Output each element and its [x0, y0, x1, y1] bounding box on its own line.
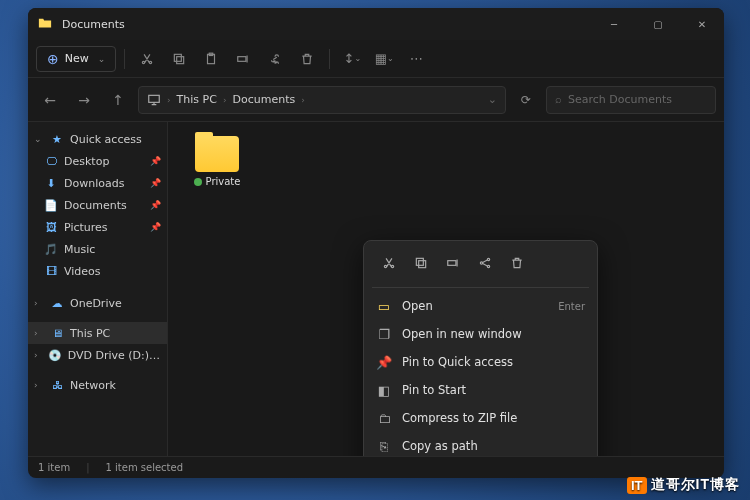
pin-icon: 📌	[150, 200, 161, 210]
window-title: Documents	[62, 18, 125, 31]
back-button[interactable]: ←	[36, 86, 64, 114]
status-bar: 1 item | 1 item selected	[28, 456, 724, 478]
sidebar-item-music[interactable]: 🎵Music	[28, 238, 167, 260]
sidebar-item-pictures[interactable]: 🖼Pictures📌	[28, 216, 167, 238]
cloud-icon: ☁	[50, 296, 64, 310]
rename-button[interactable]	[229, 45, 257, 73]
chevron-down-icon: ⌄	[34, 134, 44, 144]
svg-rect-1	[175, 54, 182, 61]
rename-button[interactable]	[438, 249, 468, 277]
share-button[interactable]	[261, 45, 289, 73]
monitor-icon	[147, 93, 161, 107]
delete-button[interactable]	[293, 45, 321, 73]
view-button[interactable]: ▦⌄	[370, 45, 398, 73]
onedrive-group[interactable]: ›☁OneDrive	[28, 292, 167, 314]
sort-button[interactable]: ↕⌄	[338, 45, 366, 73]
cut-button[interactable]	[374, 249, 404, 277]
context-menu: ▭OpenEnter ❐Open in new window 📌Pin to Q…	[363, 240, 598, 456]
music-icon: 🎵	[44, 242, 58, 256]
menu-copy-path[interactable]: ⎘Copy as path	[368, 432, 593, 456]
pin-icon: 📌	[150, 156, 161, 166]
address-bar[interactable]: › This PC › Documents › ⌄	[138, 86, 506, 114]
body: ⌄ ★ Quick access 🖵Desktop📌 ⬇Downloads📌 📄…	[28, 122, 724, 456]
nav-row: ← → ↑ › This PC › Documents › ⌄ ⟳ ⌕ Sear…	[28, 78, 724, 122]
selection-count: 1 item selected	[106, 462, 184, 473]
pin-icon: 📌	[150, 222, 161, 232]
command-bar: ⊕ New ⌄ ↕⌄ ▦⌄ ⋯	[28, 40, 724, 78]
minimize-button[interactable]: ─	[592, 8, 636, 40]
network-icon: 🖧	[50, 378, 64, 392]
new-button[interactable]: ⊕ New ⌄	[36, 46, 116, 72]
breadcrumb-part[interactable]: This PC	[177, 93, 217, 106]
monitor-icon: 🖥	[50, 326, 64, 340]
menu-open[interactable]: ▭OpenEnter	[368, 292, 593, 320]
window-icon: ❐	[376, 326, 392, 342]
copy-button[interactable]	[165, 45, 193, 73]
svg-rect-6	[419, 261, 426, 268]
search-input[interactable]: ⌕ Search Documents	[546, 86, 716, 114]
paste-button[interactable]	[197, 45, 225, 73]
copy-path-icon: ⎘	[376, 438, 392, 454]
content-area[interactable]: Private ▭OpenEnter ❐Open in new window 📌…	[168, 122, 724, 456]
share-button[interactable]	[470, 249, 500, 277]
titlebar: Documents ─ ▢ ✕	[28, 8, 724, 40]
svg-rect-8	[448, 261, 456, 266]
file-explorer-window: Documents ─ ▢ ✕ ⊕ New ⌄ ↕⌄	[28, 8, 724, 478]
folder-icon	[195, 136, 239, 172]
search-icon: ⌕	[555, 93, 562, 106]
item-count: 1 item	[38, 462, 70, 473]
chevron-right-icon: ›	[223, 95, 227, 105]
plus-icon: ⊕	[47, 51, 59, 67]
chevron-down-icon: ⌄	[98, 54, 106, 64]
sidebar-item-videos[interactable]: 🎞Videos	[28, 260, 167, 282]
more-button[interactable]: ⋯	[402, 45, 430, 73]
copy-button[interactable]	[406, 249, 436, 277]
desktop-icon: 🖵	[44, 154, 58, 168]
chevron-right-icon: ›	[34, 298, 44, 308]
svg-rect-5	[149, 95, 160, 102]
nav-pane: ⌄ ★ Quick access 🖵Desktop📌 ⬇Downloads📌 📄…	[28, 122, 168, 456]
breadcrumb-part[interactable]: Documents	[233, 93, 296, 106]
folder-icon	[38, 16, 54, 32]
menu-pin-start[interactable]: ◧Pin to Start	[368, 376, 593, 404]
menu-compress-zip[interactable]: 🗀Compress to ZIP file	[368, 404, 593, 432]
chevron-right-icon: ›	[34, 328, 44, 338]
chevron-right-icon: ›	[34, 350, 42, 360]
pin-start-icon: ◧	[376, 382, 392, 398]
folder-private[interactable]: Private	[182, 136, 252, 187]
disc-icon: 💿	[48, 348, 62, 362]
refresh-button[interactable]: ⟳	[512, 86, 540, 114]
close-button[interactable]: ✕	[680, 8, 724, 40]
menu-pin-quick-access[interactable]: 📌Pin to Quick access	[368, 348, 593, 376]
svg-point-11	[487, 265, 489, 267]
chevron-down-icon[interactable]: ⌄	[488, 93, 497, 106]
star-icon: ★	[50, 132, 64, 146]
forward-button[interactable]: →	[70, 86, 98, 114]
chevron-right-icon: ›	[34, 380, 44, 390]
zip-icon: 🗀	[376, 410, 392, 426]
cut-button[interactable]	[133, 45, 161, 73]
svg-point-9	[487, 258, 489, 260]
dvd-drive-group[interactable]: ›💿DVD Drive (D:) ESD-…	[28, 344, 167, 366]
delete-button[interactable]	[502, 249, 532, 277]
download-icon: ⬇	[44, 176, 58, 190]
chevron-right-icon: ›	[301, 95, 305, 105]
sidebar-item-documents[interactable]: 📄Documents📌	[28, 194, 167, 216]
sidebar-item-downloads[interactable]: ⬇Downloads📌	[28, 172, 167, 194]
folder-open-icon: ▭	[376, 298, 392, 314]
sidebar-item-desktop[interactable]: 🖵Desktop📌	[28, 150, 167, 172]
folder-label: Private	[194, 176, 241, 187]
watermark: IT 道哥尔IT博客	[627, 476, 740, 494]
context-icon-row	[368, 247, 593, 283]
maximize-button[interactable]: ▢	[636, 8, 680, 40]
svg-point-10	[480, 262, 482, 264]
chevron-right-icon: ›	[167, 95, 171, 105]
menu-open-new-window[interactable]: ❐Open in new window	[368, 320, 593, 348]
pin-icon: 📌	[150, 178, 161, 188]
picture-icon: 🖼	[44, 220, 58, 234]
this-pc-group[interactable]: ›🖥This PC	[28, 322, 167, 344]
pin-icon: 📌	[376, 354, 392, 370]
network-group[interactable]: ›🖧Network	[28, 374, 167, 396]
up-button[interactable]: ↑	[104, 86, 132, 114]
quick-access-group[interactable]: ⌄ ★ Quick access	[28, 128, 167, 150]
